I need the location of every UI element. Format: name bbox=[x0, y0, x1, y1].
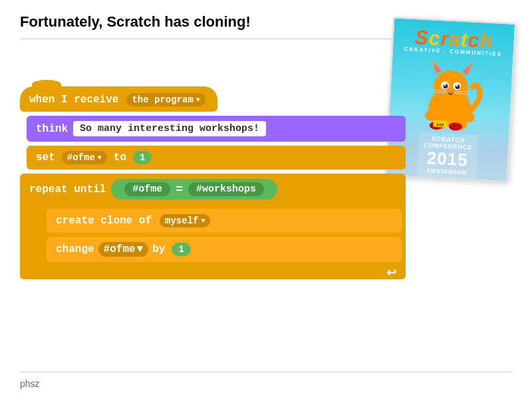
repeat-label: repeat until bbox=[29, 184, 106, 196]
change-value: 1 bbox=[172, 243, 190, 256]
set-variable-dropdown[interactable]: #ofme ▼ bbox=[62, 151, 107, 164]
think-block: think So many interesting workshops! bbox=[27, 116, 406, 142]
repeat-bottom: ↩ bbox=[20, 266, 406, 279]
change-dropdown[interactable]: #ofme ▼ bbox=[98, 242, 149, 257]
clone-dropdown[interactable]: myself ▼ bbox=[160, 214, 210, 227]
change-label: change bbox=[56, 243, 94, 255]
set-block: set #ofme ▼ to 1 bbox=[27, 146, 406, 170]
when-receive-dropdown[interactable]: the program ▼ bbox=[126, 93, 205, 106]
svg-text:xxx: xxx bbox=[436, 121, 444, 126]
footer-text: phsz bbox=[20, 378, 40, 389]
change-dropdown-arrow-icon: ▼ bbox=[137, 243, 144, 255]
equals-icon: = bbox=[176, 183, 183, 196]
set-label: set bbox=[36, 152, 55, 164]
dropdown-arrow-icon: ▼ bbox=[196, 96, 200, 104]
think-input[interactable]: So many interesting workshops! bbox=[73, 121, 266, 136]
to-label: to bbox=[114, 152, 126, 164]
repeat-var2: #workshops bbox=[188, 182, 264, 196]
repeat-var1: #ofme bbox=[124, 182, 170, 196]
return-arrow-icon: ↩ bbox=[386, 265, 396, 280]
repeat-header: repeat until #ofme = #workshops bbox=[20, 174, 406, 205]
blocks-area: when I receive the program ▼ think So ma… bbox=[20, 86, 406, 279]
bottom-divider bbox=[20, 372, 512, 372]
when-receive-block: when I receive the program ▼ bbox=[20, 86, 406, 112]
bottom-divider-wrapper bbox=[20, 358, 512, 372]
scratch-cat: xxx bbox=[412, 54, 489, 134]
clone-dropdown-arrow-icon: ▼ bbox=[201, 217, 205, 225]
main-container: Fortunately, Scratch has cloning! Scratc… bbox=[0, 0, 532, 399]
dropdown-icon: ▼ bbox=[98, 154, 102, 162]
by-label: by bbox=[152, 243, 165, 255]
repeat-body: create clone of myself ▼ change #ofme ▼ … bbox=[20, 205, 406, 266]
when-receive-label: when I receive bbox=[29, 94, 118, 106]
set-value: 1 bbox=[133, 151, 152, 164]
conference-label: SCRATCHCONFERENCE 2015 AMSTERDAM bbox=[417, 132, 478, 179]
clone-block: create clone of myself ▼ bbox=[47, 209, 402, 233]
change-block: change #ofme ▼ by 1 bbox=[47, 237, 402, 262]
think-label: think bbox=[36, 123, 68, 135]
repeat-block-wrapper: repeat until #ofme = #workshops create c… bbox=[20, 174, 406, 279]
repeat-condition: #ofme = #workshops bbox=[111, 179, 277, 200]
conf-year: 2015 bbox=[423, 148, 472, 170]
clone-label: create clone of bbox=[56, 215, 152, 227]
